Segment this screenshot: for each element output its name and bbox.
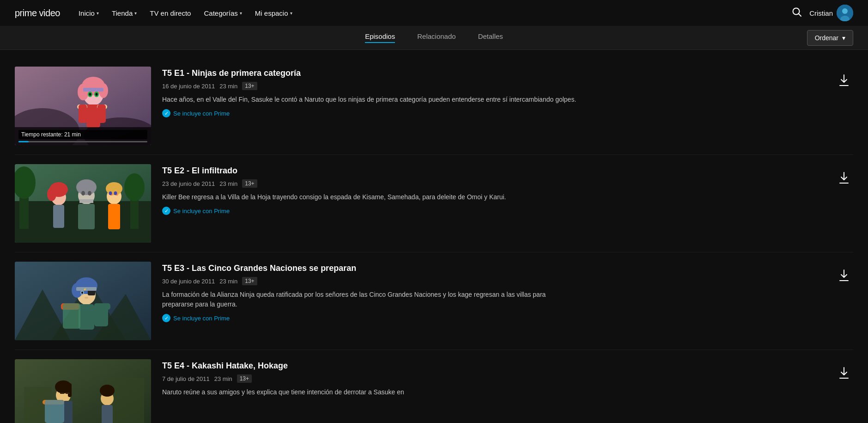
logo-sub: video (37, 8, 60, 18)
prime-label: Se incluye con Prime (173, 208, 230, 215)
table-row: ⚡ T5 E3 - Las Cinco Grandes Naciones se … (15, 252, 853, 350)
episode-meta: 7 de julio de 2011 23 min 13+ (162, 374, 824, 383)
main-nav: Inicio ▾ Tienda ▾ TV en directo Categorí… (79, 9, 792, 17)
svg-rect-65 (63, 303, 80, 329)
chevron-down-icon: ▾ (134, 11, 137, 16)
episode-description: Killer Bee regresa a la Villa de la Hoja… (162, 192, 578, 202)
svg-point-59 (81, 292, 83, 294)
chevron-down-icon: ▾ (240, 11, 242, 16)
svg-point-38 (81, 191, 85, 196)
episode-date: 30 de junio de 2011 (162, 278, 215, 285)
logo-main: prime (15, 8, 37, 18)
download-button[interactable] (835, 168, 853, 191)
episode-meta: 30 de junio de 2011 23 min 13+ (162, 277, 824, 285)
prime-label: Se incluye con Prime (173, 110, 230, 117)
svg-rect-22 (83, 88, 103, 92)
tabs-bar: Episodios Relacionado Detalles Ordenar ▾ (0, 26, 868, 50)
svg-point-46 (114, 191, 117, 195)
prime-badge: ✓ Se incluye con Prime (162, 109, 824, 117)
episode-date: 16 de junio de 2011 (162, 83, 215, 90)
episode-description: Naruto reúne a sus amigos y les explica … (162, 387, 578, 397)
episode-date: 7 de julio de 2011 (162, 375, 210, 382)
download-button[interactable] (835, 70, 853, 93)
tab-relacionado[interactable]: Relacionado (417, 32, 455, 43)
svg-point-60 (85, 297, 88, 299)
svg-rect-80 (45, 400, 64, 423)
svg-point-16 (96, 93, 98, 96)
svg-rect-77 (66, 392, 70, 394)
time-remaining-label: Tiempo restante: 21 min (18, 130, 147, 139)
table-row: T5 E2 - El infiltrado 23 de junio de 201… (15, 155, 853, 252)
episode-description: Hace años, en el Valle del Fin, Sasuke l… (162, 95, 578, 104)
svg-rect-63 (79, 304, 94, 330)
nav-mi-espacio[interactable]: Mi espacio ▾ (255, 9, 292, 17)
prime-label: Se incluye con Prime (173, 315, 230, 322)
episode-progress-overlay: Tiempo restante: 21 min (15, 127, 151, 145)
svg-point-11 (78, 84, 89, 100)
chevron-down-icon: ▾ (842, 34, 845, 42)
user-menu[interactable]: Cristian (809, 5, 853, 21)
nav-inicio[interactable]: Inicio ▾ (79, 9, 99, 17)
svg-rect-76 (60, 392, 64, 394)
svg-rect-61 (76, 287, 97, 291)
rating-badge: 13+ (237, 374, 252, 383)
svg-point-30 (124, 173, 145, 201)
tab-detalles[interactable]: Detalles (478, 32, 503, 43)
svg-point-39 (88, 191, 91, 196)
prime-badge: ✓ Se incluye con Prime (162, 314, 824, 322)
order-button[interactable]: Ordenar ▾ (807, 30, 853, 46)
svg-rect-78 (63, 401, 73, 423)
prime-check-icon: ✓ (162, 314, 170, 322)
header-right: Cristian (792, 5, 853, 21)
episode-thumbnail[interactable]: ⚡ (15, 262, 151, 340)
episode-thumbnail[interactable]: Tiempo restante: 21 min (15, 67, 151, 145)
svg-rect-21 (97, 104, 106, 123)
svg-rect-75 (68, 383, 72, 397)
progress-bar (18, 141, 147, 142)
user-name: Cristian (809, 9, 833, 17)
rating-badge: 13+ (242, 277, 257, 285)
tabs-container: Episodios Relacionado Detalles (365, 32, 503, 43)
episode-thumbnail[interactable] (15, 164, 151, 243)
svg-line-1 (799, 13, 801, 16)
download-button[interactable] (835, 363, 853, 386)
tab-episodios[interactable]: Episodios (365, 32, 395, 43)
search-button[interactable] (792, 7, 802, 19)
episode-title: T5 E2 - El infiltrado (162, 166, 824, 176)
logo[interactable]: prime video (15, 8, 60, 18)
episode-info: T5 E1 - Ninjas de primera categoría 16 d… (162, 67, 824, 117)
rating-badge: 13+ (242, 179, 257, 188)
episode-info: T5 E3 - Las Cinco Grandes Naciones se pr… (162, 262, 824, 322)
download-button[interactable] (835, 265, 853, 288)
svg-rect-40 (78, 204, 95, 229)
nav-categorias[interactable]: Categorías ▾ (204, 9, 242, 17)
episode-title: T5 E3 - Las Cinco Grandes Naciones se pr… (162, 264, 824, 273)
svg-point-45 (109, 191, 112, 195)
svg-point-36 (76, 179, 97, 195)
prime-check-icon: ✓ (162, 207, 170, 215)
svg-point-33 (47, 187, 56, 201)
nav-tienda[interactable]: Tienda ▾ (112, 9, 137, 17)
svg-point-3 (842, 8, 848, 14)
avatar (837, 5, 853, 21)
table-row: Tiempo restante: 21 min T5 E1 - Ninjas d… (15, 57, 853, 155)
svg-rect-37 (79, 199, 93, 203)
svg-rect-47 (108, 204, 120, 229)
svg-rect-34 (53, 205, 64, 228)
nav-tv-directo[interactable]: TV en directo (150, 9, 191, 17)
order-button-label: Ordenar (815, 34, 838, 42)
episode-duration: 23 min (214, 375, 232, 382)
episode-duration: 23 min (219, 278, 237, 285)
rating-badge: 13+ (242, 82, 257, 90)
avatar-inner (837, 5, 853, 21)
svg-text:⚡: ⚡ (83, 288, 87, 291)
episode-date: 23 de junio de 2011 (162, 180, 215, 187)
svg-rect-19 (79, 104, 87, 123)
episode-duration: 23 min (219, 180, 237, 187)
svg-point-15 (89, 93, 91, 96)
episode-info: T5 E2 - El infiltrado 23 de junio de 201… (162, 164, 824, 215)
episode-description: La formación de la Alianza Ninja queda r… (162, 290, 578, 309)
chevron-down-icon: ▾ (290, 11, 292, 16)
episode-thumbnail[interactable] (15, 359, 151, 423)
episodes-list: Tiempo restante: 21 min T5 E1 - Ninjas d… (0, 50, 868, 423)
